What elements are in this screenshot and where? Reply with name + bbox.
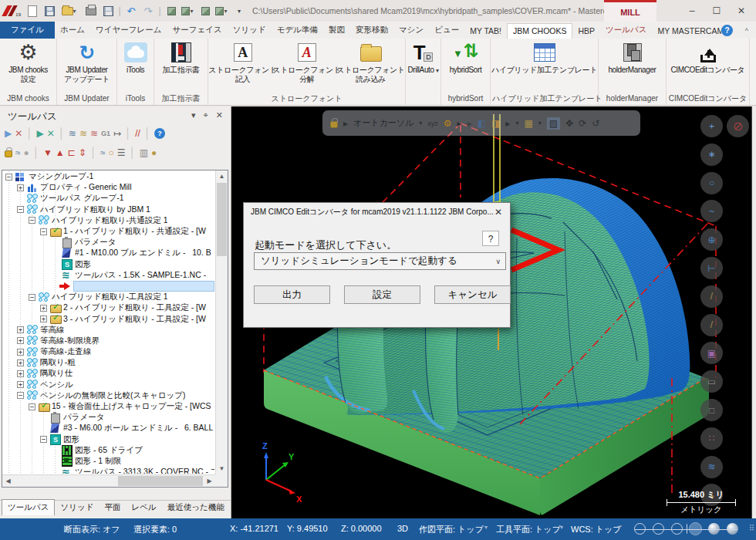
- tree-horizontal-scrollbar[interactable]: ◀▶: [2, 474, 215, 487]
- move-order-icon[interactable]: ⇕: [79, 147, 86, 158]
- ribbon-tab--[interactable]: ビュー: [429, 22, 464, 39]
- cube-icon[interactable]: ◧: [478, 118, 486, 129]
- tree-item[interactable]: −ハイブリッド粗取り-工具設定 1: [2, 292, 214, 302]
- ribbon-tab--[interactable]: マシン: [393, 22, 429, 39]
- regen-selected-icon[interactable]: ≋: [79, 128, 87, 139]
- ribbon-button-jbm-chooks[interactable]: ⚙JBM chooks 設定: [2, 39, 55, 93]
- plane-button[interactable]: ▭: [700, 370, 723, 393]
- ribbon-button-hybridsort[interactable]: ⇅hybridSort: [444, 39, 488, 93]
- tree-expand-toggle[interactable]: +: [40, 316, 47, 322]
- layers-button[interactable]: ≋: [700, 456, 723, 478]
- ribbon-button-itools[interactable]: iTools: [120, 39, 152, 93]
- tree-expand-toggle[interactable]: +: [17, 359, 24, 366]
- context-tab-mill[interactable]: MILL: [604, 0, 656, 22]
- gview-lock-icon[interactable]: [330, 121, 338, 128]
- disable-button[interactable]: ⊘: [727, 115, 749, 137]
- maximize-button[interactable]: ☐: [710, 5, 724, 16]
- g1-icon[interactable]: G1: [101, 130, 110, 137]
- panel-dropdown-icon[interactable]: ▾: [191, 110, 196, 120]
- mode-3d[interactable]: 3D: [397, 524, 408, 533]
- ribbon-tab-hbp[interactable]: HBP: [572, 24, 600, 39]
- pan-icon[interactable]: ✥: [565, 118, 573, 129]
- mastercam-logo-icon[interactable]: 19: [4, 5, 21, 17]
- tree-item[interactable]: +3 - ハイブリッド粗取り - 工具設定 - [W: [2, 313, 214, 324]
- circle-button[interactable]: ○: [700, 172, 723, 194]
- dialog-button-cancel[interactable]: キャンセル: [434, 285, 511, 304]
- tree-expand-toggle[interactable]: +: [17, 370, 24, 377]
- solid-button[interactable]: □: [700, 399, 723, 421]
- ribbon-tab--[interactable]: ファイル: [0, 22, 55, 39]
- tree-expand-toggle[interactable]: +: [17, 349, 24, 356]
- new-document-icon[interactable]: [25, 3, 40, 19]
- panel-tab-レベル[interactable]: レベル: [126, 500, 161, 515]
- ribbon-button-cimcoedit-[interactable]: CIMCOEditコンバータ: [669, 39, 748, 93]
- tree-expand-toggle[interactable]: +: [17, 337, 24, 344]
- view-cube-iso-icon[interactable]: ▾: [181, 3, 196, 19]
- panel-tab-ソリッド[interactable]: ソリッド: [55, 500, 99, 515]
- tree-expand-toggle[interactable]: +: [17, 381, 24, 388]
- rotate-icon[interactable]: ⟳: [579, 118, 586, 129]
- collapse-ribbon-icon[interactable]: ^: [745, 27, 748, 35]
- tree-item[interactable]: −パラメータ: [2, 412, 214, 423]
- tree-item[interactable]: −1 - ハイブリッド粗取り - 共通設定 - [W: [2, 226, 214, 237]
- cplane-selector[interactable]: 作図平面: トップ: [419, 524, 484, 535]
- view-cube-back-icon[interactable]: ▾: [214, 3, 230, 19]
- tree-insert-row[interactable]: −: [2, 281, 214, 292]
- tree-expand-toggle[interactable]: −: [29, 403, 35, 410]
- tplane-selector[interactable]: 工具平面: トップ: [496, 524, 561, 535]
- ribbon-tab--[interactable]: サーフェイス: [167, 22, 227, 39]
- panel-pin-icon[interactable]: ⌖: [204, 110, 208, 120]
- ribbon-tab-my-mastercam[interactable]: MY MASTERCAM: [653, 24, 730, 39]
- undo-icon[interactable]: ↶: [123, 3, 139, 19]
- chamfer-button[interactable]: /: [700, 285, 723, 308]
- dialog-help-button[interactable]: ?: [482, 231, 499, 246]
- redo-icon[interactable]: ↷: [140, 3, 156, 19]
- autocursor-overlay-toolbar[interactable]: ▸オートカーソル▾xyz⚙▸▸◧◨▸▾▦▾▨✥⟳↺: [322, 110, 640, 136]
- point-button[interactable]: ∗: [700, 143, 723, 166]
- tree-item[interactable]: −ツールパス グループ-1: [2, 193, 214, 204]
- select-all-icon[interactable]: ▶: [5, 128, 12, 139]
- crosshair-button[interactable]: ＋: [700, 115, 723, 137]
- lightning-icon[interactable]: //: [135, 128, 140, 139]
- tree-item[interactable]: −15 - 複合面仕上げスキャロップ一定 - [WCS: [2, 401, 214, 412]
- ribbon-tab--[interactable]: ワイヤーフレーム: [90, 22, 167, 39]
- select-2-icon[interactable]: ▸: [467, 118, 472, 129]
- list-icon[interactable]: ☰: [117, 147, 126, 158]
- dialog-button-output[interactable]: 出力: [254, 285, 330, 304]
- wcs-selector[interactable]: WCS: トップ: [571, 524, 622, 535]
- tree-expand-toggle[interactable]: −: [40, 228, 47, 235]
- ribbon-button--[interactable]: 加工指示書: [157, 39, 206, 93]
- ribbon-tab--[interactable]: 製図: [323, 22, 350, 39]
- cplane-caret[interactable]: ▾: [484, 524, 488, 531]
- tree-expand-toggle[interactable]: +: [40, 305, 47, 312]
- open-file-icon[interactable]: ▾: [59, 3, 82, 19]
- tree-item[interactable]: −図形: [2, 434, 214, 445]
- panel-close-icon[interactable]: ✕: [216, 110, 223, 120]
- tree-item[interactable]: +プロパティ - Generic Mill: [2, 182, 214, 193]
- move-up-icon[interactable]: ▲: [56, 147, 65, 158]
- ghost-icon[interactable]: ●: [24, 147, 29, 158]
- tree-expand-toggle[interactable]: −: [5, 174, 12, 181]
- help-icon[interactable]: ?: [154, 128, 165, 139]
- ribbon-tab--[interactable]: ソリッド: [228, 22, 272, 39]
- lock-icon[interactable]: [5, 150, 12, 157]
- wcs-caret[interactable]: ▾: [617, 524, 620, 531]
- tree-expand-toggle[interactable]: +: [17, 184, 24, 191]
- tree-item[interactable]: +等高線: [2, 325, 214, 336]
- tplane-caret[interactable]: ▾: [560, 524, 563, 531]
- select-toolpath-icon[interactable]: ▶: [36, 128, 43, 139]
- sphere-button[interactable]: ⊕: [700, 228, 723, 251]
- tree-item[interactable]: −ハイブリッド粗取り-共通設定 1: [2, 215, 214, 226]
- ribbon-button--[interactable]: Aストロークフォント 記入: [211, 39, 275, 93]
- tree-item[interactable]: −パラメータ: [2, 237, 214, 248]
- tree-expand-toggle[interactable]: −: [17, 206, 24, 213]
- tree-expand-toggle[interactable]: +: [17, 326, 24, 333]
- ribbon-tab-my-tab-[interactable]: MY TAB!: [464, 24, 507, 39]
- autocursor-dropdown[interactable]: ▾: [419, 120, 422, 127]
- help-icon[interactable]: ?: [721, 25, 733, 36]
- save-as-icon[interactable]: [100, 3, 116, 19]
- post-icon[interactable]: ↦: [113, 128, 121, 139]
- ribbon-button-holdermanager[interactable]: holderManager: [601, 39, 664, 93]
- view-cube-front-icon[interactable]: [197, 3, 213, 19]
- fillet-button[interactable]: /: [700, 314, 723, 336]
